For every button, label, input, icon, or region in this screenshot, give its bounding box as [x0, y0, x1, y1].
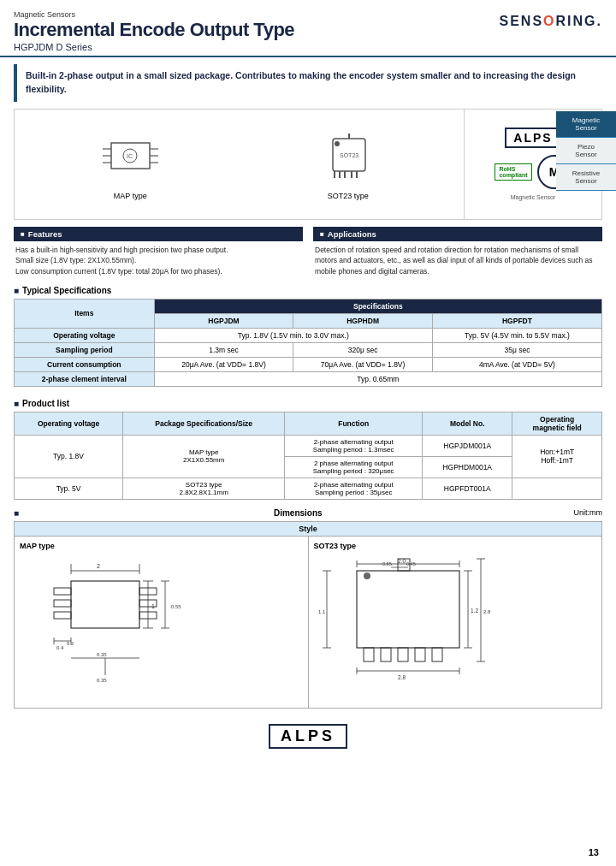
sidebar-item-piezo-sensor[interactable]: PiezoSensor — [556, 138, 616, 164]
prod-field-18v: Hon:+1mTHoff:-1mT — [512, 435, 602, 477]
prod-func-fdt: 2-phase alternating outputSampling perio… — [285, 477, 423, 499]
table-row: 2-phase clement interval Typ. 0.65mm — [15, 371, 602, 386]
prod-field-header: Operatingmagnetic field — [512, 412, 602, 435]
sampling-period-hdm: 320μ sec — [293, 342, 433, 357]
page-footer: ALPS — [0, 717, 616, 756]
svg-text:2: 2 — [97, 563, 100, 569]
map-type-label: MAP type — [114, 192, 147, 200]
product-list-label: Product list — [22, 399, 69, 408]
features-col: Features Has a built-in high-sensitivity… — [14, 227, 303, 277]
table-row: Typ. 5V SOT23 type2.8X2.8X1.1mm 2-phase … — [15, 477, 602, 499]
svg-rect-18 — [71, 581, 139, 628]
svg-text:0.2: 0.2 — [67, 641, 74, 646]
features-header: Features — [14, 227, 303, 241]
header-small-title: Magnetic Sensors — [14, 10, 294, 19]
svg-text:0.45: 0.45 — [406, 561, 416, 566]
header-main-title: Incremental Encode Output Type — [14, 19, 294, 41]
prod-func-jdm: 2-phase alternating outputSampling perio… — [285, 435, 423, 456]
header-sub: HGPJDM D Series — [14, 42, 294, 52]
product-list-title: Product list — [14, 399, 602, 408]
feature-bar-text: Built-in 2-phase output in a small sized… — [26, 69, 594, 97]
style-header: Style — [15, 522, 601, 537]
svg-text:1: 1 — [151, 603, 155, 609]
features-content: Has a built-in high-sensitivity and high… — [14, 245, 303, 277]
table-row: Current consumption 20μA Ave. (at VDD= 1… — [15, 357, 602, 371]
svg-rect-21 — [54, 612, 71, 619]
rohs-label: RoHScompliant — [495, 163, 531, 181]
prod-func-hdm: 2 phase alternating outputSampling perio… — [285, 456, 423, 477]
operating-voltage-jdm-hdm: Typ. 1.8V (1.5V min. to 3.0V max.) — [154, 328, 432, 342]
spec-hgphdm-header: HGPHDM — [293, 313, 433, 328]
map-schematic: 2 1 0.55 0.2 0.35 — [20, 555, 208, 692]
magnetic-sensor-text: Magnetic Sensor — [511, 194, 556, 200]
svg-text:IC: IC — [127, 153, 133, 159]
current-hdm: 70μA Ave. (at VDD= 1.8V) — [293, 357, 433, 371]
feature-bar: Built-in 2-phase output in a small sized… — [14, 64, 602, 102]
svg-text:0.35: 0.35 — [97, 652, 107, 657]
svg-text:2.8: 2.8 — [483, 609, 491, 614]
sidebar-item-resistive-sensor[interactable]: ResistiveSensor — [556, 164, 616, 191]
svg-rect-56 — [398, 648, 408, 661]
svg-rect-54 — [364, 648, 374, 661]
svg-text:SOT23: SOT23 — [340, 152, 358, 158]
current-fdt: 4mA Ave. (at VDD= 5V) — [432, 357, 601, 371]
prod-model-hdm: HGPHDM001A — [423, 456, 512, 477]
features-title: Features — [28, 229, 62, 239]
svg-text:0.55: 0.55 — [171, 604, 181, 609]
map-type-image: IC MAP type — [96, 128, 164, 200]
current-jdm: 20μA Ave. (at VDD= 1.8V) — [154, 357, 293, 371]
alps-logo-small: ALPS — [505, 128, 560, 148]
dimensions-content: MAP type 2 — [15, 537, 601, 708]
svg-rect-55 — [381, 648, 391, 661]
svg-text:0.35: 0.35 — [97, 678, 107, 683]
svg-rect-53 — [357, 571, 459, 648]
svg-text:1.2: 1.2 — [471, 608, 478, 614]
sidebar: MagneticSensor PiezoSensor ResistiveSens… — [556, 111, 616, 191]
prod-function-header: Function — [285, 412, 423, 435]
prod-package-map: MAP type2X1X0.55mm — [123, 435, 285, 477]
header-logo: SENSORING. — [500, 14, 602, 29]
dimensions-label: Dimensions — [274, 508, 323, 518]
svg-text:1.1: 1.1 — [318, 609, 326, 614]
sampling-period-fdt: 35μ sec — [432, 342, 601, 357]
dimensions-section: Dimensions Unit:mm Style MAP type — [14, 508, 602, 709]
svg-text:0.65: 0.65 — [382, 561, 392, 566]
prod-package-header: Package Specifications/Size — [123, 412, 285, 435]
sampling-period-jdm: 1.3m sec — [154, 342, 293, 357]
svg-point-16 — [335, 141, 340, 146]
operating-voltage-fdt: Typ. 5V (4.5V min. to 5.5V max.) — [432, 328, 601, 342]
page-number: 13 — [589, 847, 599, 857]
header-titles: Magnetic Sensors Incremental Encode Outp… — [14, 10, 294, 52]
dimensions-box: Style MAP type — [14, 521, 602, 709]
applications-header: Applications — [313, 227, 602, 241]
specifications-header: Specifications — [154, 299, 601, 313]
table-row: Sampling period 1.3m sec 320μ sec 35μ se… — [15, 342, 602, 357]
sampling-period-label: Sampling period — [15, 342, 155, 357]
table-row: Operating voltage Typ. 1.8V (1.5V min. t… — [15, 328, 602, 342]
sot23-chip-image: SOT23 — [314, 128, 382, 188]
svg-text:2.8: 2.8 — [398, 674, 406, 680]
svg-rect-20 — [54, 600, 71, 607]
map-chip-image: IC — [96, 128, 164, 188]
phase-clement-label: 2-phase clement interval — [15, 371, 155, 386]
spec-hgpfdt-header: HGPFDT — [432, 313, 601, 328]
prod-model-jdm: HGPJDM001A — [423, 435, 512, 456]
typical-specs-label: Typical Specifications — [22, 286, 111, 295]
current-consumption-label: Current consumption — [15, 357, 155, 371]
typical-specs-title: Typical Specifications — [14, 286, 602, 295]
applications-title: Applications — [328, 229, 376, 239]
prod-model-header: Model No. — [423, 412, 512, 435]
features-applications: Features Has a built-in high-sensitivity… — [14, 227, 602, 277]
prod-voltage-5v: Typ. 5V — [15, 477, 123, 499]
sidebar-item-magnetic-sensor[interactable]: MagneticSensor — [556, 111, 616, 138]
prod-voltage-18v: Typ. 1.8V — [15, 435, 123, 477]
svg-rect-58 — [432, 648, 442, 661]
svg-text:0.4: 0.4 — [56, 645, 64, 650]
svg-rect-19 — [54, 588, 71, 595]
sot23-type-dim-label: SOT23 type — [314, 542, 597, 550]
applications-col: Applications Detection of rotation speed… — [313, 227, 602, 277]
applications-content: Detection of rotation speed and rotation… — [313, 245, 602, 277]
dimensions-unit: Unit:mm — [573, 508, 602, 517]
prod-package-sot23: SOT23 type2.8X2.8X1.1mm — [123, 477, 285, 499]
map-type-dim: MAP type 2 — [15, 537, 309, 708]
